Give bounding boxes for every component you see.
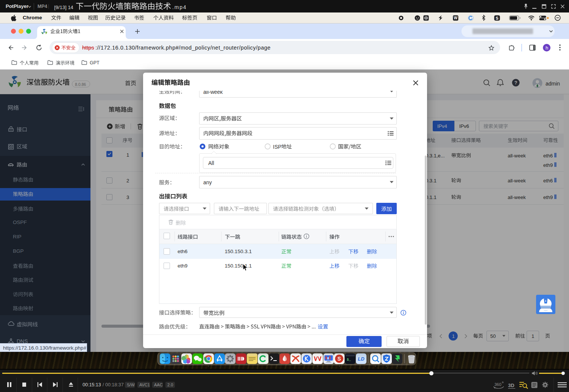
svg-text:W: W — [454, 16, 458, 20]
svg-text:$_: $_ — [347, 358, 351, 362]
svg-text:LD: LD — [358, 356, 365, 362]
svg-text:S: S — [338, 356, 341, 362]
svg-text:S: S — [496, 16, 498, 20]
